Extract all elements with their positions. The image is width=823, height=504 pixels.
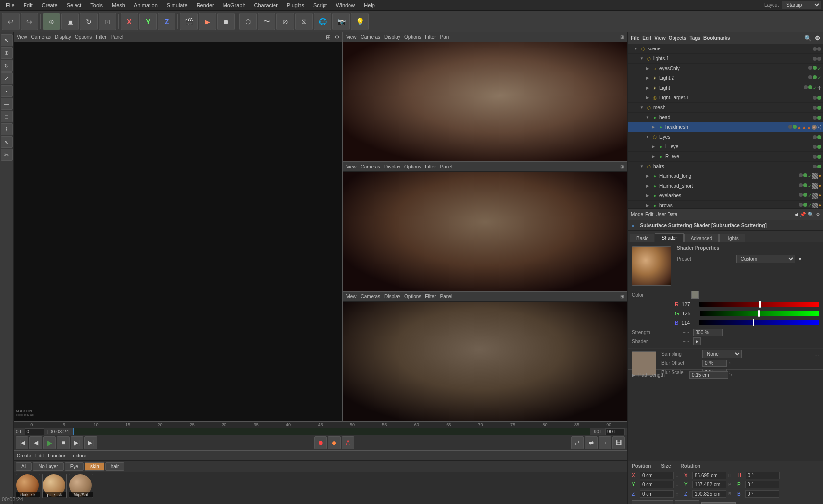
vis-el-1[interactable] (799, 193, 803, 197)
light-btn[interactable]: 💡 (351, 13, 369, 30)
vpmr-view[interactable]: View (346, 164, 357, 169)
hair-color-4[interactable]: ● (819, 203, 821, 208)
mat-create[interactable]: Create (17, 453, 31, 458)
viewport-top-right[interactable]: View Cameras Display Options Filter Pan … (343, 32, 627, 162)
vpbr-filter[interactable]: Filter (425, 294, 436, 299)
vptr-options[interactable]: Options (404, 34, 421, 40)
mat-function[interactable]: Function (48, 453, 66, 458)
vis-hairs-2[interactable] (817, 165, 821, 168)
tool-knife[interactable]: ✂ (1, 149, 13, 161)
vis-dot-1[interactable] (813, 47, 817, 51)
scene-menu-file[interactable]: File (631, 35, 639, 41)
expand-hairlong[interactable]: ▶ (645, 173, 650, 179)
mat-texture[interactable]: Texture (71, 453, 87, 458)
timeline-bar[interactable]: 0 F | 00:03:24 90 F (14, 428, 627, 436)
end-frame-input[interactable] (605, 428, 625, 435)
y-pos[interactable] (640, 481, 674, 488)
tool-move[interactable]: ⊕ (1, 47, 13, 59)
menu-item-character[interactable]: Character (250, 1, 282, 9)
play-btn[interactable]: ▶ (43, 436, 56, 449)
menu-item-render[interactable]: Render (193, 1, 218, 9)
vis-mesh-1[interactable] (813, 106, 817, 110)
expand-mesh[interactable]: ▼ (639, 105, 645, 111)
tree-item-head[interactable]: ▼ ● head (628, 113, 823, 122)
expand-eyes[interactable]: ▼ (645, 134, 650, 140)
vpbr-view[interactable]: View (346, 294, 357, 299)
vis-head-2[interactable] (817, 116, 821, 120)
vis-eo-1[interactable] (808, 66, 812, 70)
vis-head-1[interactable] (813, 116, 817, 120)
tree-item-mesh[interactable]: ▼ ⬡ mesh (628, 103, 823, 113)
tree-item-lights1[interactable]: ▼ ⬡ lights.1 (628, 54, 823, 64)
record-btn[interactable]: ⏺ (314, 436, 327, 449)
shader-preview[interactable] (632, 246, 671, 286)
check-br[interactable]: ✓ (808, 203, 812, 208)
render-btn[interactable]: ▶ (199, 13, 216, 30)
strength-input[interactable] (693, 329, 723, 336)
render-preview-btn[interactable]: 🎬 (180, 13, 198, 30)
expand-scene[interactable]: ▼ (633, 46, 639, 52)
move-tool[interactable]: ⊕ (43, 13, 60, 30)
redo-btn[interactable]: ↪ (21, 13, 38, 30)
vis-l2-1[interactable] (808, 75, 812, 79)
vp-settings[interactable]: ⚙ (335, 34, 339, 40)
menu-item-create[interactable]: Create (38, 1, 62, 9)
tree-item-scene[interactable]: ▼ ⬡ scene (628, 44, 823, 54)
expand-light[interactable]: ▶ (645, 85, 650, 91)
blur-offset-stepper[interactable]: ↕ (729, 361, 731, 365)
pin-icon[interactable]: 📌 (800, 212, 806, 217)
scene-tree[interactable]: ▼ ⬡ scene ▼ ⬡ lights.1 (628, 44, 823, 208)
next-frame-btn[interactable]: ▶| (71, 436, 83, 449)
vis-br-1[interactable] (799, 203, 803, 207)
menu-item-animation[interactable]: Animation (130, 1, 162, 9)
scene-menu-bookmarks[interactable]: Bookmarks (703, 35, 730, 41)
vis-hm-2[interactable] (793, 125, 797, 129)
vis-dot-l2[interactable] (817, 57, 821, 61)
loop-btn[interactable]: ⇄ (571, 436, 584, 449)
r-slider[interactable] (699, 302, 819, 307)
viewport-bottom-right[interactable]: View Cameras Display Options Filter Pane… (343, 292, 627, 421)
check-hl[interactable]: ✓ (808, 173, 812, 179)
mat-swatch-pale[interactable]: pale_sk (42, 474, 67, 498)
start-frame[interactable]: 0 F (16, 429, 23, 434)
vis-le-2[interactable] (817, 145, 821, 149)
vpmr-options[interactable]: Options (404, 164, 421, 169)
hair-color-3[interactable]: ● (819, 193, 821, 199)
pingpong-btn[interactable]: ⇌ (585, 436, 598, 449)
mat-icon-1[interactable]: ▲ (797, 125, 801, 130)
tree-item-eyesonly[interactable]: ▶ ○ eyesOnly ✓ (628, 64, 823, 73)
mat-tab-skin[interactable]: skin (85, 462, 104, 471)
vis-ltt-2[interactable] (817, 96, 821, 100)
vis-hairs-1[interactable] (813, 165, 817, 168)
tool-brush[interactable]: ∿ (1, 136, 13, 148)
scene-menu-edit[interactable]: Edit (642, 35, 651, 41)
menu-item-mesh[interactable]: Mesh (108, 1, 129, 9)
scale-tool[interactable]: ⊡ (99, 13, 116, 30)
expand-lighttarget[interactable]: ▶ (645, 95, 650, 101)
vp-maximize[interactable]: ⊞ (326, 34, 331, 41)
menu-item-edit[interactable]: Edit (20, 1, 37, 9)
vptr-panel[interactable]: Pan (440, 34, 449, 40)
x-axis-btn[interactable]: X (121, 13, 138, 30)
scene-search-icon[interactable]: 🔍 (804, 35, 812, 42)
expand-eyesonly[interactable]: ▶ (645, 66, 650, 72)
x-rot[interactable] (746, 472, 780, 479)
main-viewport[interactable]: View Cameras Display Options Filter Pane… (14, 32, 343, 421)
menu-item-mograph[interactable]: MoGraph (219, 1, 249, 9)
rotate-tool[interactable]: ↻ (80, 13, 98, 30)
mat-edit[interactable]: Edit (35, 453, 44, 458)
vis-eo-2[interactable] (813, 66, 817, 70)
vp-view[interactable]: View (17, 34, 27, 40)
frame-input[interactable] (25, 428, 44, 435)
mat-tab-hair[interactable]: hair (105, 462, 125, 471)
scene-menu-view[interactable]: View (654, 35, 666, 41)
menu-item-plugins[interactable]: Plugins (283, 1, 308, 9)
mat-tab-nolayer[interactable]: No Layer (33, 462, 64, 471)
vis-br-2[interactable] (803, 203, 807, 207)
tool-edges[interactable]: — (1, 98, 13, 110)
vpmr-cameras[interactable]: Cameras (361, 164, 381, 169)
expand-head[interactable]: ▼ (645, 115, 650, 120)
blur-offset-input[interactable] (702, 360, 727, 367)
vis-le-1[interactable] (813, 145, 817, 149)
search2-icon[interactable]: 🔍 (808, 212, 814, 217)
